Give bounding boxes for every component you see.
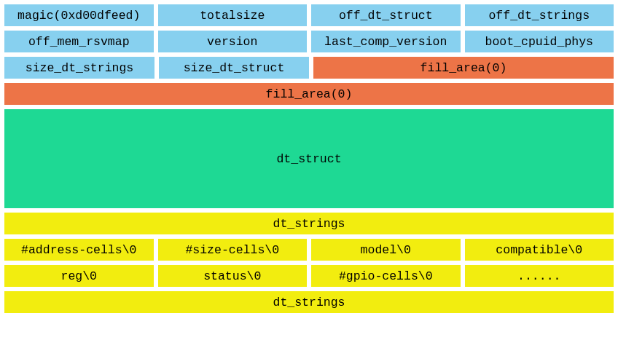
block-dt-struct: dt_struct bbox=[4, 109, 614, 208]
fill-row: fill_area(0) bbox=[4, 83, 614, 105]
dt-strings-header: dt_strings bbox=[4, 213, 614, 234]
str-gpio-cells: #gpio-cells\0 bbox=[311, 265, 461, 287]
field-off-dt-strings: off_dt_strings bbox=[465, 4, 614, 26]
field-size-dt-strings: size_dt_strings bbox=[4, 57, 154, 79]
dt-strings-footer: dt_strings bbox=[4, 291, 614, 313]
block-dt-strings-bottom: dt_strings bbox=[4, 291, 614, 313]
field-magic: magic(0xd00dfeed) bbox=[4, 4, 154, 26]
field-version: version bbox=[158, 31, 308, 52]
header-row-2: off_mem_rsvmap version last_comp_version… bbox=[4, 31, 614, 52]
field-off-dt-struct: off_dt_struct bbox=[311, 4, 461, 26]
field-fill-area-0a: fill_area(0) bbox=[313, 57, 614, 79]
str-size-cells: #size-cells\0 bbox=[158, 239, 308, 261]
dt-struct-row: dt_struct bbox=[4, 109, 614, 208]
header-row-1: magic(0xd00dfeed) totalsize off_dt_struc… bbox=[4, 4, 614, 26]
str-compatible: compatible\0 bbox=[465, 239, 614, 261]
field-totalsize: totalsize bbox=[158, 4, 308, 26]
str-model: model\0 bbox=[311, 239, 461, 261]
str-more: ...... bbox=[465, 265, 614, 287]
field-off-mem-rsvmap: off_mem_rsvmap bbox=[4, 31, 154, 52]
field-size-dt-struct: size_dt_struct bbox=[159, 57, 309, 79]
strings-row-2: reg\0 status\0 #gpio-cells\0 ...... bbox=[4, 265, 614, 287]
str-reg: reg\0 bbox=[4, 265, 154, 287]
header-row-3: size_dt_strings size_dt_struct fill_area… bbox=[4, 57, 614, 79]
str-address-cells: #address-cells\0 bbox=[4, 239, 154, 261]
str-status: status\0 bbox=[158, 265, 308, 287]
field-fill-area-0b: fill_area(0) bbox=[4, 83, 614, 105]
field-boot-cpuid-phys: boot_cpuid_phys bbox=[465, 31, 614, 52]
field-last-comp-version: last_comp_version bbox=[311, 31, 461, 52]
block-dt-strings-top: dt_strings bbox=[4, 213, 614, 234]
strings-row-1: #address-cells\0 #size-cells\0 model\0 c… bbox=[4, 239, 614, 261]
